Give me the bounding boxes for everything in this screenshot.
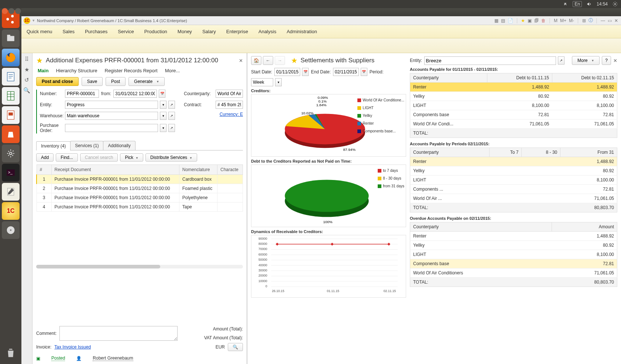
po-open[interactable]: ↗ [168, 124, 175, 132]
table-row[interactable]: LIGHT8,100.008,100.00 [410, 101, 617, 110]
pick-button[interactable]: Pick [120, 153, 143, 162]
entity-dd[interactable]: ▾ [160, 101, 167, 109]
window-minimize[interactable] [8, 8, 14, 14]
tb-close[interactable]: ✕ [614, 18, 619, 23]
period-select[interactable] [251, 78, 273, 86]
tb-icon-3[interactable]: 📄 [507, 18, 514, 23]
tb-mp[interactable]: M+ [559, 18, 567, 23]
end-cal-icon[interactable]: 📅 [361, 68, 367, 76]
search-button[interactable]: 🔍 [228, 343, 243, 351]
col-doc[interactable]: Receipt Document [51, 164, 179, 174]
menu-admin[interactable]: Administration [287, 29, 317, 34]
gear-icon[interactable] [612, 1, 618, 7]
tab-inventory[interactable]: Inventory (4) [36, 141, 71, 150]
fav-star-icon[interactable]: ★ [36, 56, 43, 65]
end-date-input[interactable] [333, 68, 359, 76]
menu-money[interactable]: Money [178, 29, 192, 34]
table-row[interactable]: World Of Air ...71,061.05 [410, 194, 617, 203]
launcher-software[interactable] [2, 125, 20, 143]
tab-additionally[interactable]: Additionally [103, 141, 135, 150]
find-button[interactable]: Find... [56, 153, 78, 162]
tb-icon-5[interactable]: 🗐 [533, 18, 539, 23]
table-row[interactable]: Components base72.8172.81 [410, 110, 617, 119]
h-scrollbar[interactable] [36, 265, 243, 268]
table-row[interactable]: LIGHT8,100.00 [410, 250, 617, 259]
tb-icon-1[interactable]: ▦ [494, 18, 499, 23]
launcher-notes[interactable] [2, 183, 20, 201]
table-row[interactable]: World Of Air Condi...71,061.0571,061.05 [410, 119, 617, 129]
contract-input[interactable] [216, 101, 243, 109]
comment-input[interactable] [59, 326, 178, 341]
menu-analysis[interactable]: Analysis [258, 29, 276, 34]
side-search-icon[interactable]: 🔍 [23, 87, 30, 94]
launcher-trash[interactable] [2, 344, 20, 362]
table-row[interactable]: Renter1,488.92 [410, 232, 617, 241]
col-nom[interactable]: Nomenclature [179, 164, 217, 174]
tb-max[interactable]: ▭ [607, 18, 613, 23]
from-input[interactable] [113, 90, 157, 98]
start-cal-icon[interactable]: 📅 [302, 68, 309, 76]
right-more-button[interactable]: More [572, 56, 600, 65]
po-input[interactable] [65, 124, 158, 132]
side-grid-icon[interactable]: ⠿ [25, 56, 29, 63]
menu-purchases[interactable]: Purchases [85, 29, 107, 34]
entity-input[interactable] [65, 101, 158, 109]
tb-m[interactable]: M [553, 18, 558, 23]
launcher-files[interactable] [2, 30, 20, 47]
home-button[interactable]: 🏠 [251, 56, 261, 65]
distribute-button[interactable]: Distribute Services [145, 153, 197, 162]
table-row[interactable]: Yellky80.92 [410, 166, 617, 176]
wh-dd[interactable]: ▾ [160, 112, 167, 120]
back-button[interactable]: ← [263, 56, 273, 65]
tb-panel-icon[interactable]: ⊞ [581, 18, 587, 23]
window-maximize[interactable] [15, 8, 21, 14]
table-row[interactable]: Yellky80.9280.92 [410, 92, 617, 101]
col-char[interactable]: Characte [217, 164, 243, 174]
launcher-terminal[interactable]: >_ [2, 164, 20, 181]
launcher-disc[interactable] [2, 221, 20, 239]
table-row[interactable]: Components base72.81 [410, 259, 617, 268]
posted-status[interactable]: Posted [51, 356, 65, 361]
menu-service[interactable]: Service [118, 29, 134, 34]
menu-quick[interactable]: Quick menu [27, 29, 52, 34]
tab-register[interactable]: Register Records Report [105, 68, 158, 73]
launcher-settings[interactable] [2, 145, 20, 162]
period-dd[interactable]: ▾ [275, 78, 282, 86]
right-star-icon[interactable]: ★ [291, 56, 298, 65]
table-row[interactable]: Components ...72.81 [410, 185, 617, 194]
post-button[interactable]: Post [106, 77, 126, 86]
tb-info-icon[interactable]: ⓘ [588, 17, 594, 24]
left-close[interactable]: ✕ [239, 58, 243, 63]
menu-salary[interactable]: Salary [202, 29, 216, 34]
language-indicator[interactable]: En [573, 1, 582, 7]
table-row[interactable]: 2Purchase Invoice PRFR-000001 from 11/01… [37, 184, 243, 193]
start-date-input[interactable] [274, 68, 300, 76]
po-dd[interactable]: ▾ [160, 124, 167, 132]
generate-button[interactable]: Generate [128, 77, 165, 86]
tab-hierarchy[interactable]: Hierarchy Structure [56, 68, 97, 73]
currency-link[interactable]: Currency: E [220, 112, 243, 117]
help-button[interactable]: ? [602, 56, 611, 65]
table-row[interactable]: 3Purchase Invoice PRFR-000001 from 11/01… [37, 193, 243, 202]
save-button[interactable]: Save [82, 77, 103, 86]
add-button[interactable]: Add [36, 153, 54, 162]
tab-main[interactable]: Main [38, 68, 49, 73]
side-history-icon[interactable]: ↺ [24, 77, 29, 83]
menu-sales[interactable]: Sales [62, 29, 75, 34]
launcher-firefox[interactable] [2, 49, 20, 66]
tb-mm[interactable]: M- [568, 18, 575, 23]
calendar-icon[interactable]: 📅 [159, 90, 165, 98]
invoice-link[interactable]: Tax Invoice Issued [54, 344, 91, 350]
tb-icon-2[interactable]: ▤ [500, 18, 506, 23]
table-row[interactable]: Renter1,488.92 [410, 157, 617, 166]
tab-more[interactable]: More... [165, 68, 180, 73]
entity-open[interactable]: ↗ [168, 101, 175, 109]
launcher-1c[interactable]: 1C [2, 202, 20, 220]
table-row[interactable]: 1Purchase Invoice PRFR-000001 from 11/01… [37, 174, 243, 184]
launcher-impress[interactable] [2, 106, 20, 124]
r-entity-input[interactable] [424, 56, 556, 65]
menu-production[interactable]: Production [144, 29, 167, 34]
table-row[interactable]: World Of Air Conditioners71,061.05 [410, 268, 617, 278]
table-row[interactable]: LIGHT8,100.00 [410, 176, 617, 185]
wh-open[interactable]: ↗ [168, 112, 175, 120]
